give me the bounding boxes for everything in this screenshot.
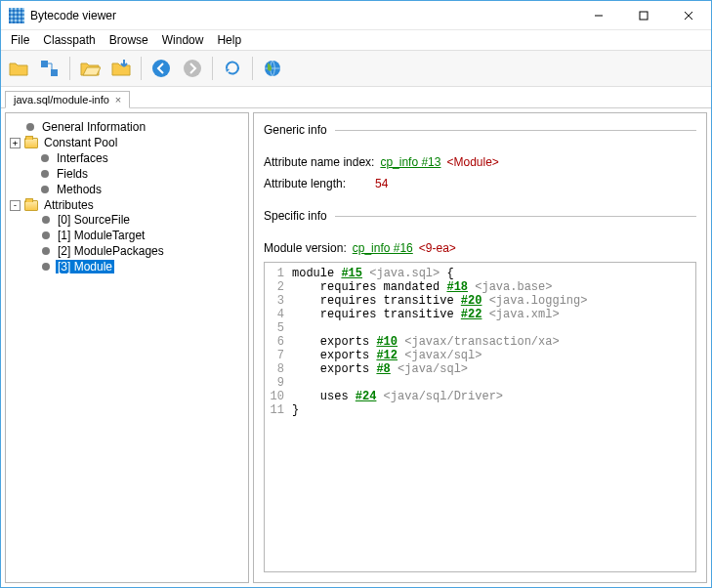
constant-ref-link[interactable]: #24 — [356, 390, 377, 403]
code-line: 5 — [265, 321, 695, 335]
bullet-icon — [42, 247, 50, 255]
code-token: uses — [292, 390, 356, 403]
tree-item-label: [1] ModuleTarget — [56, 229, 147, 242]
minimize-button[interactable] — [576, 1, 621, 30]
toolbar-separator — [252, 57, 253, 80]
tree-item[interactable]: [0] SourceFile — [25, 213, 244, 227]
constant-ref-link[interactable]: #10 — [376, 335, 398, 349]
line-number: 11 — [265, 403, 292, 417]
app-window: Bytecode viewer File Classpath Browse Wi… — [0, 0, 712, 588]
toolbar-separator — [69, 57, 70, 80]
tree-item-label: Constant Pool — [42, 136, 119, 149]
tree-item[interactable]: Fields — [10, 167, 244, 181]
line-number: 5 — [265, 321, 292, 335]
svg-rect-4 — [41, 61, 48, 67]
forward-button[interactable] — [179, 55, 206, 82]
tab-label: java.sql/module-info — [14, 94, 109, 105]
maximize-button[interactable] — [621, 1, 666, 30]
constant-ref-link[interactable]: #20 — [461, 294, 482, 308]
menu-window[interactable]: Window — [156, 31, 210, 49]
code-token: <javax/transaction/xa> — [398, 335, 560, 349]
tree-item[interactable]: [2] ModulePackages — [25, 244, 244, 258]
specific-info-header: Specific info — [264, 209, 696, 223]
code-line: 10 uses #24 <java/sql/Driver> — [265, 390, 695, 403]
code-token: <java.base> — [468, 280, 552, 294]
tree-expander[interactable]: + — [10, 138, 21, 148]
line-number: 4 — [265, 308, 292, 321]
tree-item-label: Fields — [55, 167, 90, 181]
constant-ref-link[interactable]: #8 — [376, 362, 390, 376]
menu-file[interactable]: File — [5, 31, 35, 49]
tree-expander[interactable]: - — [10, 200, 21, 211]
attribute-length-row: Attribute length: 54 — [264, 176, 696, 191]
tab-module-info[interactable]: java.sql/module-info × — [5, 91, 130, 108]
tree-item[interactable]: Interfaces — [10, 151, 244, 165]
line-number: 9 — [265, 376, 292, 390]
open-folder-button[interactable] — [76, 55, 104, 82]
folder-icon — [24, 138, 38, 148]
line-number: 10 — [265, 390, 292, 403]
tree-pane[interactable]: General Information+Constant PoolInterfa… — [5, 112, 249, 583]
bullet-icon — [42, 216, 50, 224]
svg-point-7 — [184, 60, 201, 77]
code-line: 9 — [265, 376, 695, 390]
attr-name-link[interactable]: cp_info #13 — [380, 155, 440, 169]
save-button[interactable] — [107, 55, 135, 82]
reload-button[interactable] — [219, 55, 246, 82]
code-token: <java.xml> — [482, 308, 559, 321]
tree-item[interactable]: [1] ModuleTarget — [25, 229, 244, 242]
tree-item[interactable]: [3] Module — [25, 260, 244, 273]
line-number: 6 — [265, 335, 292, 349]
tree-item[interactable]: Methods — [10, 183, 244, 196]
constant-ref-link[interactable]: #12 — [376, 349, 398, 362]
bullet-icon — [42, 263, 50, 271]
constant-ref-link[interactable]: #15 — [341, 267, 362, 280]
tree-item-label: General Information — [40, 120, 147, 134]
open-file-button[interactable] — [5, 55, 32, 82]
code-line: 1module #15 <java.sql> { — [265, 267, 695, 280]
web-button[interactable] — [259, 55, 286, 82]
line-number: 8 — [265, 362, 292, 376]
bullet-icon — [42, 231, 50, 239]
code-token: exports — [292, 362, 376, 376]
menu-browse[interactable]: Browse — [104, 31, 154, 49]
tabstrip: java.sql/module-info × — [1, 87, 711, 108]
tree-item-label: Attributes — [42, 198, 96, 212]
code-box[interactable]: 1module #15 <java.sql> {2 requires manda… — [264, 262, 696, 572]
toolbar — [1, 50, 711, 87]
detail-pane: Generic info Attribute name index: cp_in… — [253, 112, 707, 583]
tree-item[interactable]: -Attributes — [10, 198, 244, 212]
module-version-link[interactable]: cp_info #16 — [353, 241, 413, 255]
code-token: <java/sql/Driver> — [376, 390, 503, 403]
code-line: 8 exports #8 <java/sql> — [265, 362, 695, 376]
line-number: 3 — [265, 294, 292, 308]
back-button[interactable] — [147, 55, 175, 82]
bullet-icon — [41, 170, 49, 178]
bullet-icon — [26, 123, 34, 131]
folder-icon — [24, 200, 38, 211]
line-number: 2 — [265, 280, 292, 294]
tree-item-label: [0] SourceFile — [56, 213, 132, 227]
code-token: <java.logging> — [482, 294, 587, 308]
svg-rect-5 — [51, 69, 58, 76]
constant-ref-link[interactable]: #18 — [446, 280, 468, 294]
tree-item-label: [2] ModulePackages — [56, 244, 166, 258]
close-button[interactable] — [666, 1, 711, 30]
code-line: 11} — [265, 403, 695, 417]
line-number: 1 — [265, 267, 292, 280]
menu-help[interactable]: Help — [211, 31, 247, 49]
menu-classpath[interactable]: Classpath — [37, 31, 101, 49]
menubar: File Classpath Browse Window Help — [1, 30, 711, 50]
bullet-icon — [41, 154, 49, 162]
code-line: 4 requires transitive #22 <java.xml> — [265, 308, 695, 321]
constant-ref-link[interactable]: #22 — [461, 308, 482, 321]
tree-item[interactable]: General Information — [10, 120, 244, 134]
tree-item[interactable]: +Constant Pool — [10, 136, 244, 149]
code-token: <java/sql> — [391, 362, 468, 376]
line-number: 7 — [265, 349, 292, 362]
titlebar: Bytecode viewer — [1, 1, 711, 30]
tab-close-icon[interactable]: × — [115, 94, 121, 105]
compare-button[interactable] — [36, 55, 63, 82]
app-icon — [9, 8, 24, 23]
code-token: } — [292, 403, 299, 417]
